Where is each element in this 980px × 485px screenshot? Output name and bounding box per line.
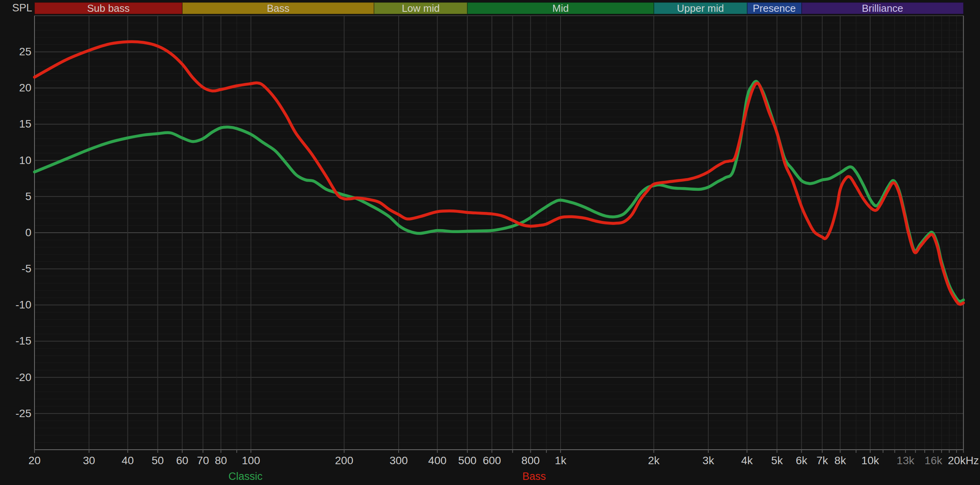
x-tick-label-20khz: 20kHz <box>936 455 980 467</box>
y-tick-label: 5 <box>0 191 31 202</box>
y-tick-label: -25 <box>0 408 31 419</box>
y-tick-label: -5 <box>0 263 31 275</box>
x-tick-label-20: 20 <box>7 455 62 467</box>
curve-bass <box>34 42 964 304</box>
y-tick-label: -10 <box>0 299 31 311</box>
x-tick-label-100: 100 <box>223 455 278 467</box>
x-tick-label-1k: 1k <box>533 455 588 467</box>
x-tick-label-200: 200 <box>317 455 372 467</box>
y-tick-label: -15 <box>0 335 31 347</box>
y-tick-label: 25 <box>0 46 31 58</box>
y-tick-label: -20 <box>0 372 31 383</box>
frequency-response-graph: SPL Sub bassBassLow midMidUpper midPrese… <box>0 0 980 485</box>
legend-classic: Classic <box>206 470 285 482</box>
y-tick-label: 0 <box>0 227 31 239</box>
y-tick-label: 20 <box>0 82 31 94</box>
y-tick-label: 15 <box>0 118 31 130</box>
y-tick-label: 10 <box>0 155 31 166</box>
legend-bass: Bass <box>495 470 573 482</box>
x-tick-label-2k: 2k <box>626 455 681 467</box>
curve-classic <box>34 81 964 301</box>
plot-area <box>0 0 980 485</box>
